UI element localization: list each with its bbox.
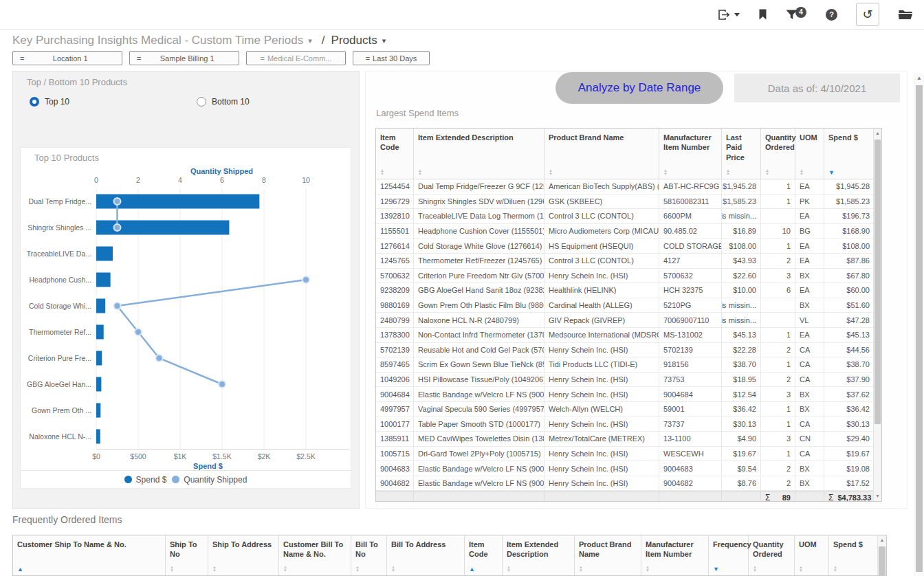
sort-arrows-icon[interactable]: ▲▼ xyxy=(726,169,730,176)
table-row[interactable]: 9004682Elastic Bandage w/Velcro LF NS (9… xyxy=(376,476,881,491)
scroll-up-arrow-icon[interactable]: ▲ xyxy=(874,129,881,138)
section-title: Products xyxy=(331,34,377,47)
table-row[interactable]: 1049206HSI Pillowcase Tissue/Poly (10492… xyxy=(376,373,881,388)
table-scrollbar[interactable]: ▲▼ xyxy=(873,129,881,501)
table-row[interactable]: 1392810TraceableLIVE Data Log Thermom (1… xyxy=(376,209,881,224)
scrollbar-thumb[interactable] xyxy=(916,85,923,572)
table-cell: $44.56 xyxy=(824,343,874,357)
sort-arrows-icon[interactable]: ▲▼ xyxy=(391,566,395,573)
column-header[interactable]: Product Brand Name▲▼ xyxy=(544,129,659,179)
column-header[interactable]: Item Extended Description▲▼ xyxy=(503,535,575,575)
sort-arrows-icon[interactable]: ▲▼ xyxy=(646,566,650,573)
table-row[interactable]: 2480799Naloxone HCL N-R (2480799)GIV Rep… xyxy=(376,313,881,328)
column-header[interactable]: UOM▲▼ xyxy=(795,535,829,575)
filter-chip-location[interactable]: = Location 1 xyxy=(12,51,122,65)
table-row[interactable]: 1254454Dual Temp Fridge/Freezer G 9CF (1… xyxy=(376,179,881,195)
column-header[interactable]: Item Code▲▼ xyxy=(376,129,414,179)
sort-asc-icon[interactable]: ▲ xyxy=(17,566,23,573)
legend-item[interactable]: Spend $ xyxy=(124,475,167,485)
sort-arrows-icon[interactable]: ▲▼ xyxy=(283,566,287,573)
sort-arrows-icon[interactable]: ▲▼ xyxy=(170,566,174,573)
column-header[interactable]: Manufacturer Item Number▲▼ xyxy=(659,129,722,179)
sort-desc-icon[interactable]: ▼ xyxy=(828,170,835,176)
column-header[interactable]: Bill To No▲▼ xyxy=(351,535,387,575)
legend-label: Quantity Shipped xyxy=(184,475,247,485)
sort-arrows-icon[interactable]: ▲▼ xyxy=(833,566,837,573)
analyze-by-date-range-button[interactable]: Analyze by Date Range xyxy=(556,72,723,104)
column-header[interactable]: Frequency▼ xyxy=(709,535,749,575)
sort-arrows-icon[interactable]: ▲▼ xyxy=(355,566,360,573)
table-row[interactable]: 1245765Thermometer Ref/Freezer (1245765)… xyxy=(376,254,881,269)
table-row[interactable]: 1378300Non-Contact Infrd Thermometer (13… xyxy=(376,328,881,343)
column-header[interactable]: Quantity Ordered▲▼ xyxy=(749,535,795,575)
column-header[interactable]: Item Extended Description▲▼ xyxy=(414,129,544,179)
export-icon[interactable] xyxy=(717,9,740,21)
table-row[interactable]: 1296729Shingrix Shingles SDV w/Diluen (1… xyxy=(376,195,881,210)
table-cell: Tidi Products LLC (TIDI-E) xyxy=(544,357,659,372)
filter-chip-medical-ecomm[interactable]: = Medical E-Comm... xyxy=(246,51,346,65)
column-header[interactable]: Ship To No▲▼ xyxy=(166,535,208,575)
column-header[interactable]: Customer Bill To Name & No.▲▼ xyxy=(279,535,351,575)
section-dropdown[interactable]: Products ▾ xyxy=(331,34,386,47)
column-header[interactable]: UOM▲▼ xyxy=(795,129,824,179)
refresh-icon[interactable]: ↺ xyxy=(856,3,879,26)
column-header[interactable]: Quantity Ordered▲▼ xyxy=(761,129,795,179)
scroll-up-arrow-icon[interactable]: ▲ xyxy=(878,535,886,545)
column-header[interactable]: Spend $▼ xyxy=(824,129,874,179)
table-cell: PK xyxy=(795,195,824,209)
table-row[interactable]: 9004683Elastic Bandage w/Velcro LF NS (9… xyxy=(376,461,881,476)
filter-chip-billing[interactable]: = Sample Billing 1 xyxy=(129,51,239,65)
column-header[interactable]: Product Brand Name▲▼ xyxy=(575,535,641,575)
sort-arrows-icon[interactable]: ▲▼ xyxy=(212,566,217,573)
table-row[interactable]: 9880169Gown Prem Oth Plastic Film Blu (9… xyxy=(376,298,881,313)
sort-arrows-icon[interactable]: ▲▼ xyxy=(799,566,803,573)
bookmark-icon[interactable] xyxy=(758,9,767,20)
sort-arrows-icon[interactable]: ▲▼ xyxy=(800,169,804,176)
filter-icon[interactable]: 4 xyxy=(786,10,798,20)
column-header[interactable]: Last Paid Price▲▼ xyxy=(722,129,761,179)
help-icon[interactable]: ? xyxy=(826,9,837,21)
sort-arrows-icon[interactable]: ▲▼ xyxy=(663,169,668,176)
sort-arrows-icon[interactable]: ▲▼ xyxy=(753,566,757,573)
legend-item[interactable]: Quantity Shipped xyxy=(172,475,247,485)
table-row[interactable]: 1276614Cold Storage White Glove (1276614… xyxy=(376,239,881,254)
table-row[interactable]: 1000177Table Paper Smooth STD (1000177)H… xyxy=(376,417,881,432)
table-cell: $108.00 xyxy=(824,239,874,253)
folder-icon[interactable] xyxy=(898,9,913,20)
sort-asc-icon[interactable]: ▲ xyxy=(469,566,475,573)
sort-arrows-icon[interactable]: ▲▼ xyxy=(765,169,769,176)
column-header[interactable]: Spend $▲▼ xyxy=(829,535,879,575)
sort-desc-icon[interactable]: ▼ xyxy=(713,566,719,573)
top-10-products-chart[interactable]: Quantity Shipped0246810$0$500$1K$1.5K$2K… xyxy=(21,166,351,470)
totals-cell xyxy=(376,491,414,502)
table-row[interactable]: 8597465Scrim Ex Gown Sewn Blue TieNck (8… xyxy=(376,357,881,373)
scroll-up-arrow-icon[interactable]: ▲ xyxy=(914,73,924,84)
table-row[interactable]: 9238209GBG AloeGel Hand Sanit 18oz (9238… xyxy=(376,283,881,298)
column-header[interactable]: Manufacturer Item Number▲▼ xyxy=(641,535,709,575)
table-row[interactable]: 4997957Vaginal Specula 590 Series (49979… xyxy=(376,402,881,417)
table-scrollbar[interactable]: ▲ xyxy=(877,535,886,575)
dashboard-title-dropdown[interactable]: Key Purchasing Insights Medical - Custom… xyxy=(12,34,312,47)
table-row[interactable]: 1385911MED CaviWipes Towelettes Disin (1… xyxy=(376,432,881,447)
radio-top-10[interactable]: Top 10 xyxy=(30,97,69,107)
table-row[interactable]: 1005715Dri-Gard Towel 2Ply+Poly (1005715… xyxy=(376,447,881,462)
filter-chip-last-30-days[interactable]: = Last 30 Days xyxy=(353,51,430,65)
table-row[interactable]: 1155501Headphone Cushion Cover (1155501)… xyxy=(376,224,881,239)
column-header[interactable]: Customer Ship To Name & No.▲ xyxy=(13,535,166,575)
table-row[interactable]: 5702139Reusable Hot and Cold Gel Pack (5… xyxy=(376,343,881,358)
radio-bottom-10[interactable]: Bottom 10 xyxy=(197,97,250,107)
sort-arrows-icon[interactable]: ▲▼ xyxy=(418,169,422,176)
sort-arrows-icon[interactable]: ▲▼ xyxy=(549,169,553,176)
column-header[interactable]: Item Code▲ xyxy=(465,535,503,575)
sort-arrows-icon[interactable]: ▲▼ xyxy=(380,169,384,176)
column-header[interactable]: Bill To Address▲▼ xyxy=(387,535,465,575)
column-header[interactable]: Ship To Address▲▼ xyxy=(208,535,279,575)
sort-arrows-icon[interactable]: ▲▼ xyxy=(579,566,583,573)
page-scrollbar[interactable]: ▲ xyxy=(914,73,924,576)
table-row[interactable]: 5700632Criterion Pure Freedom Ntr Glv (5… xyxy=(376,269,881,284)
scroll-down-arrow-icon[interactable]: ▼ xyxy=(874,491,881,501)
scrollbar-thumb[interactable] xyxy=(879,546,886,575)
scrollbar-thumb[interactable] xyxy=(874,140,881,424)
sort-arrows-icon[interactable]: ▲▼ xyxy=(507,566,511,573)
table-row[interactable]: 9004684Elastic Bandage w/Velcro LF NS (9… xyxy=(376,387,881,402)
